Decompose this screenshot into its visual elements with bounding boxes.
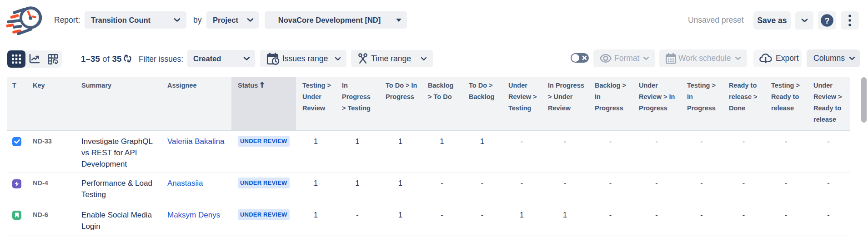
svg-text:?: ? [825,16,830,25]
